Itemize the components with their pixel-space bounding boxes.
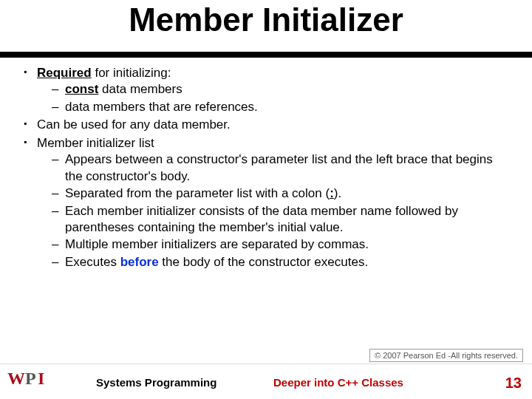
sub-appears-between: Appears between a constructor's paramete… xyxy=(52,151,510,185)
required-tail: for initializing: xyxy=(92,66,171,80)
before-keyword: before xyxy=(120,255,159,269)
footer-right-text: Deeper into C++ Classes xyxy=(273,376,403,389)
sub-colon: Separated from the parameter list with a… xyxy=(52,185,510,202)
sub-reference-members: data members that are references. xyxy=(52,99,510,115)
slide-title: Member Initializer xyxy=(0,1,532,38)
required-keyword: Required xyxy=(37,66,92,80)
sub-executes-before: Executes before the body of the construc… xyxy=(52,254,510,270)
wpi-logo: W P I xyxy=(7,366,59,393)
const-tail: data members xyxy=(98,82,182,96)
copyright-box: © 2007 Pearson Ed -All rights reserved. xyxy=(369,349,523,362)
bullet-any-member: Can be used for any data member. xyxy=(21,117,510,133)
content-area: Required for initializing: const data me… xyxy=(0,58,532,270)
sub-const-members: const data members xyxy=(52,81,510,98)
bullet-required: Required for initializing: const data me… xyxy=(21,65,510,115)
const-keyword: const xyxy=(65,82,98,96)
bullet-init-list: Member initializer list Appears between … xyxy=(21,135,510,271)
sub-commas: Multiple member initializers are separat… xyxy=(52,236,510,253)
footer: W P I Systems Programming Deeper into C+… xyxy=(0,364,532,399)
svg-text:P: P xyxy=(25,369,36,388)
svg-text:I: I xyxy=(38,369,44,388)
sub-each-initializer: Each member initializer consists of the … xyxy=(52,203,510,236)
title-underline-bar xyxy=(0,52,532,58)
svg-text:W: W xyxy=(7,369,25,388)
title-area: Member Initializer xyxy=(0,0,532,52)
page-number: 13 xyxy=(505,375,522,392)
footer-center-text: Systems Programming xyxy=(96,376,216,389)
